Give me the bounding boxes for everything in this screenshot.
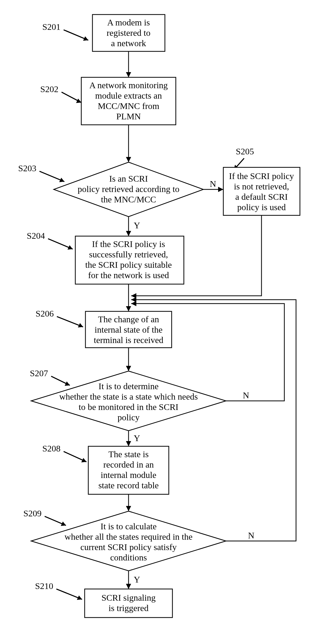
step-label-s204: S204 bbox=[27, 231, 45, 241]
n202-line3: MCC/MNC from bbox=[98, 101, 159, 111]
n208-line3: internal module bbox=[101, 470, 156, 480]
n208-line4: state record table bbox=[98, 481, 159, 490]
arrow-s203-s205 bbox=[218, 187, 223, 192]
arrow-s203-s204 bbox=[126, 231, 131, 236]
n201-line3: a network bbox=[111, 38, 146, 48]
arrow-s207-s208 bbox=[126, 441, 131, 446]
n204-line2: successfully retrieved, bbox=[89, 250, 168, 259]
n209-line3: current SCRI policy satisfy bbox=[80, 542, 177, 552]
n209-line1: It is to calculate bbox=[100, 522, 157, 531]
n207-line3: to be monitored in the SCRI bbox=[79, 402, 178, 412]
leader-arrow-s202 bbox=[76, 99, 81, 103]
n205-line4: policy is used bbox=[237, 202, 286, 212]
step-label-s209: S209 bbox=[23, 509, 42, 518]
n202-line2: module extracts an bbox=[95, 91, 162, 100]
n208-line1: The state is bbox=[109, 449, 149, 459]
n203-line2: policy retrieved according to bbox=[78, 184, 179, 194]
step-label-s206: S206 bbox=[36, 309, 54, 318]
step-label-s203: S203 bbox=[18, 163, 36, 173]
flowchart-svg: S201 S202 S203 S205 S204 S206 S207 S208 … bbox=[0, 0, 322, 644]
n207-line1: It is to determine bbox=[98, 381, 158, 391]
n207-line4: policy bbox=[118, 413, 140, 422]
branch-s207-yes: Y bbox=[134, 433, 140, 443]
step-label-s210: S210 bbox=[35, 581, 53, 591]
branch-s209-no: N bbox=[248, 531, 254, 540]
branch-s203-yes: Y bbox=[134, 221, 140, 230]
n204-line3: the SCRI policy suitable bbox=[85, 260, 172, 270]
n201-line1: A modem is bbox=[107, 18, 150, 27]
n204-line4: for the network is used bbox=[88, 270, 169, 280]
n205-line2: is not retrieved, bbox=[234, 182, 289, 191]
n209-line2: whether all the states required in the bbox=[65, 532, 193, 542]
n210-line1: SCRI signaling bbox=[102, 593, 156, 602]
n206-line2: internal state of the bbox=[95, 325, 163, 334]
branch-s203-no: N bbox=[210, 179, 216, 189]
n205-line1: If the SCRI policy bbox=[229, 171, 294, 181]
n206-line1: The change of an bbox=[98, 314, 159, 324]
n206-line3: terminal is received bbox=[94, 335, 163, 345]
arrow-s206-s207 bbox=[126, 366, 131, 371]
arrow-s202-s203 bbox=[126, 157, 131, 162]
branch-s207-no: N bbox=[243, 390, 249, 400]
n203-line1: Is an SCRI bbox=[109, 174, 148, 183]
n203-line3: the MNC/MCC bbox=[101, 195, 156, 204]
arrow-merge-s206 bbox=[126, 306, 131, 311]
n207-line2: whether the state is a state which needs bbox=[59, 392, 198, 401]
step-label-s208: S208 bbox=[42, 444, 61, 453]
arrow-s201-s202 bbox=[126, 72, 131, 77]
arrow-s209-s210 bbox=[126, 584, 131, 589]
step-label-s205: S205 bbox=[236, 147, 254, 156]
n202-line4: PLMN bbox=[116, 112, 141, 121]
branch-s209-yes: Y bbox=[134, 575, 140, 584]
arrow-s208-s209 bbox=[126, 506, 131, 511]
n205-line3: a default SCRI bbox=[235, 192, 288, 202]
arrow-s209-no-loop bbox=[131, 297, 136, 302]
n210-line2: is triggered bbox=[109, 603, 149, 613]
step-label-s207: S207 bbox=[30, 368, 48, 378]
step-label-s202: S202 bbox=[40, 84, 58, 94]
n202-line1: A network monitoring bbox=[89, 80, 168, 90]
n209-line4: conditions bbox=[110, 553, 147, 562]
step-label-s201: S201 bbox=[42, 22, 61, 32]
n208-line2: recorded in an bbox=[103, 460, 154, 469]
n204-line1: If the SCRI policy is bbox=[92, 239, 165, 249]
n201-line2: registered to bbox=[107, 28, 151, 38]
